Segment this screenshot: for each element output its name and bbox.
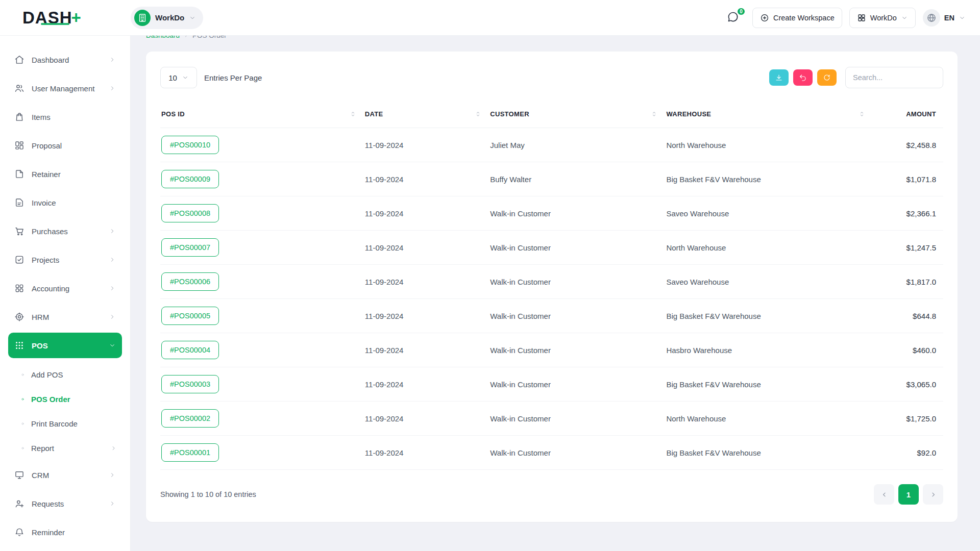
sidebar-item-reminder[interactable]: Reminder <box>8 519 122 545</box>
pagination-page-1[interactable]: 1 <box>898 484 919 505</box>
sidebar-item-label: Requests <box>32 499 64 508</box>
bag-icon <box>14 112 24 122</box>
pos-id-cell: #POS00010 <box>160 128 364 162</box>
pagination-prev-button[interactable] <box>874 484 894 505</box>
column-header-customer[interactable]: CUSTOMER <box>489 101 665 128</box>
customer-cell: Walk-in Customer <box>489 402 665 436</box>
customer-cell: Walk-in Customer <box>489 231 665 265</box>
pos-id-link[interactable]: #POS00008 <box>161 204 219 222</box>
date-cell: 11-09-2024 <box>364 333 489 367</box>
warehouse-cell: North Warehouse <box>665 402 873 436</box>
sort-icon <box>650 110 658 118</box>
search-input[interactable] <box>845 67 943 88</box>
showing-entries-text: Showing 1 to 10 of 10 entries <box>160 490 256 498</box>
refresh-button[interactable] <box>817 69 837 86</box>
amount-cell: $1,247.5 <box>873 231 943 265</box>
sidebar-subitem-pos-order[interactable]: POS Order <box>15 387 122 411</box>
amount-cell: $1,725.0 <box>873 402 943 436</box>
sidebar-item-crm[interactable]: CRM <box>8 462 122 488</box>
chevron-down-icon <box>901 14 908 21</box>
table-row: #POS0000511-09-2024Walk-in CustomerBig B… <box>160 299 943 333</box>
sidebar-item-dashboard[interactable]: Dashboard <box>8 47 122 72</box>
pos-id-cell: #POS00006 <box>160 265 364 299</box>
pos-id-cell: #POS00005 <box>160 299 364 333</box>
brand-logo[interactable]: DASH+ <box>22 8 82 28</box>
user-plus-icon <box>14 498 24 509</box>
sidebar-item-requests[interactable]: Requests <box>8 491 122 516</box>
pagination-next-button[interactable] <box>923 484 943 505</box>
file-icon <box>14 169 24 179</box>
column-header-warehouse[interactable]: WAREHOUSE <box>665 101 873 128</box>
pos-id-link[interactable]: #POS00001 <box>161 443 219 462</box>
sidebar-item-proposal[interactable]: Proposal <box>8 133 122 158</box>
create-workspace-button[interactable]: Create Workspace <box>752 8 842 28</box>
sidebar-item-projects[interactable]: Projects <box>8 247 122 272</box>
chevron-left-icon <box>880 491 888 498</box>
pos-id-cell: #POS00001 <box>160 436 364 470</box>
sidebar-item-retainer[interactable]: Retainer <box>8 161 122 187</box>
sort-icon <box>349 110 357 118</box>
sidebar-subitem-print-barcode[interactable]: Print Barcode <box>15 411 122 436</box>
column-header-date[interactable]: DATE <box>364 101 489 128</box>
customer-cell: Walk-in Customer <box>489 367 665 402</box>
amount-cell: $1,071.8 <box>873 162 943 196</box>
warehouse-cell: Big Basket F&V Warehouse <box>665 367 873 402</box>
customer-cell: Walk-in Customer <box>489 333 665 367</box>
table-row: #POS0000711-09-2024Walk-in CustomerNorth… <box>160 231 943 265</box>
sidebar-subitem-report[interactable]: Report <box>15 436 122 460</box>
sidebar-item-pos[interactable]: POS <box>8 333 122 358</box>
pos-id-link[interactable]: #POS00010 <box>161 136 219 154</box>
column-header-pos-id[interactable]: POS ID <box>160 101 364 128</box>
pos-id-link[interactable]: #POS00002 <box>161 409 219 428</box>
refresh-icon <box>823 73 831 82</box>
sidebar-item-label: Retainer <box>32 170 61 179</box>
check-square-icon <box>14 255 24 265</box>
amount-cell: $460.0 <box>873 333 943 367</box>
sidebar-subitem-add-pos[interactable]: Add POS <box>15 362 122 387</box>
sidebar-item-user-management[interactable]: User Management <box>8 76 122 101</box>
sidebar-subitem-label: Add POS <box>31 370 63 379</box>
pos-order-card: 10 Entries Per Page POS IDDATECUSTOMERWA… <box>146 52 958 522</box>
sidebar-item-purchases[interactable]: Purchases <box>8 218 122 244</box>
language-selector[interactable]: EN <box>923 9 966 27</box>
chevron-down-icon <box>182 74 189 81</box>
warehouse-cell: North Warehouse <box>665 128 873 162</box>
undo-icon <box>799 73 807 82</box>
sidebar-item-items[interactable]: Items <box>8 104 122 130</box>
messages-button[interactable]: 0 <box>727 11 741 25</box>
sidebar-item-accounting[interactable]: Accounting <box>8 276 122 301</box>
sidebar-item-hrm[interactable]: HRM <box>8 304 122 330</box>
warehouse-cell: North Warehouse <box>665 231 873 265</box>
table-row: #POS0000811-09-2024Walk-in CustomerSaveo… <box>160 196 943 231</box>
pos-id-link[interactable]: #POS00004 <box>161 341 219 359</box>
plus-circle-icon <box>760 13 769 22</box>
main-content: Manage POS Order Dashboard POS Order 10 … <box>131 0 980 522</box>
sidebar-item-invoice[interactable]: Invoice <box>8 190 122 215</box>
table-row: #POS0000411-09-2024Walk-in CustomerHasbr… <box>160 333 943 367</box>
table-row: #POS0000111-09-2024Walk-in CustomerBig B… <box>160 436 943 470</box>
pos-id-link[interactable]: #POS00009 <box>161 170 219 188</box>
pos-id-link[interactable]: #POS00006 <box>161 272 219 291</box>
sidebar-subitem-label: Print Barcode <box>31 419 78 428</box>
sidebar-item-label: POS <box>32 341 48 350</box>
table-header-row: POS IDDATECUSTOMERWAREHOUSEAMOUNT <box>160 101 943 128</box>
back-button[interactable] <box>793 69 813 86</box>
pos-id-link[interactable]: #POS00003 <box>161 375 219 393</box>
chevron-right-icon <box>109 228 116 235</box>
sidebar-subitem-label: POS Order <box>31 395 70 404</box>
pos-id-link[interactable]: #POS00007 <box>161 238 219 257</box>
table-row: #POS0000311-09-2024Walk-in CustomerBig B… <box>160 367 943 402</box>
pos-id-link[interactable]: #POS00005 <box>161 307 219 325</box>
customer-cell: Walk-in Customer <box>489 299 665 333</box>
pos-id-cell: #POS00004 <box>160 333 364 367</box>
export-button[interactable] <box>769 69 789 86</box>
chevron-right-icon <box>929 491 937 498</box>
apps-menu-button[interactable]: WorkDo <box>849 8 916 28</box>
pagination: 1 <box>874 484 943 505</box>
warehouse-cell: Big Basket F&V Warehouse <box>665 162 873 196</box>
entries-per-page-select[interactable]: 10 <box>160 67 197 88</box>
workspace-selector[interactable]: WorkDo <box>131 7 203 29</box>
table-row: #POS0000911-09-2024Buffy WalterBig Baske… <box>160 162 943 196</box>
sidebar-submenu-pos: Add POSPOS OrderPrint BarcodeReport <box>8 361 122 462</box>
home-icon <box>14 55 24 65</box>
